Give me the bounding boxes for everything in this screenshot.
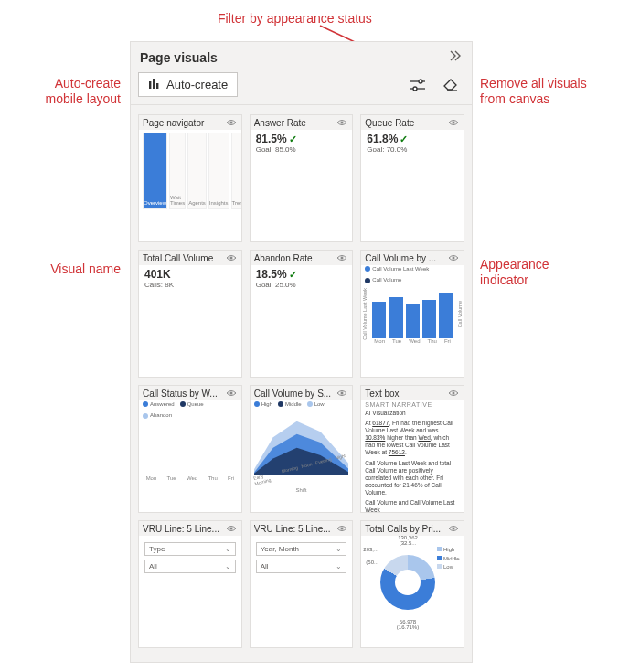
kpi-value: 61.8% <box>367 133 398 145</box>
chart-legend: Answered Queue Abandon <box>139 400 241 421</box>
svg-rect-1 <box>149 81 151 89</box>
auto-create-button[interactable]: Auto-create <box>138 72 238 97</box>
kpi-goal: Goal: 25.0% <box>256 281 347 289</box>
x-label: Shift <box>251 487 353 493</box>
x-axis: MonTueWedThuFri <box>139 475 241 481</box>
card-title: Answer Rate <box>254 118 336 128</box>
svg-point-10 <box>341 122 344 124</box>
card-total-call-volume[interactable]: Total Call Volume 401K Calls: 8K <box>138 250 242 378</box>
narrative-body: SMART NARRATIVE AI Visualization At 6187… <box>361 400 464 513</box>
visibility-icon[interactable] <box>225 253 238 262</box>
card-answer-rate[interactable]: Answer Rate 81.5% Goal: 85.0% <box>250 114 354 242</box>
svg-point-9 <box>229 122 232 124</box>
card-call-status[interactable]: Call Status by W... Answered Queue Aband… <box>138 385 242 513</box>
card-title: VRU Line: 5 Line... <box>143 524 225 534</box>
svg-point-12 <box>229 257 232 260</box>
check-icon <box>398 133 408 145</box>
card-title: Call Volume by ... <box>365 253 447 263</box>
card-page-navigator[interactable]: Page navigator Overview Wait Times Agent… <box>138 114 242 242</box>
annotation-appearance-1: Appearance <box>480 257 549 272</box>
filter-settings-button[interactable] <box>404 73 432 97</box>
auto-create-label: Auto-create <box>166 78 228 91</box>
svg-point-18 <box>229 528 232 530</box>
chart-bars <box>139 421 241 475</box>
kpi-goal: Goal: 70.0% <box>367 145 458 154</box>
card-queue-rate[interactable]: Queue Rate 61.8% Goal: 70.0% <box>360 114 464 242</box>
chart-legend: Call Volume Last Week Call Volume <box>361 264 464 285</box>
card-title: Text box <box>365 389 447 399</box>
card-title: Total Call Volume <box>143 253 225 263</box>
visibility-icon[interactable] <box>225 389 238 398</box>
chart-legend: High Middle Low <box>251 400 353 409</box>
panel-title: Page visuals <box>140 50 218 65</box>
visibility-icon[interactable] <box>447 524 460 533</box>
svg-point-7 <box>413 87 417 91</box>
nav-tab[interactable]: Wait Times <box>169 133 186 209</box>
kpi-value: 401K <box>144 268 236 281</box>
annotation-remove-1: Remove all visuals <box>480 76 587 91</box>
sliders-icon <box>410 78 426 92</box>
visibility-icon[interactable] <box>336 524 348 533</box>
kpi-goal: Goal: 85.0% <box>256 145 347 154</box>
card-vru-1[interactable]: VRU Line: 5 Line... Type All <box>138 520 242 648</box>
kpi-sub: Calls: 8K <box>144 281 236 289</box>
card-title: Total Calls by Pri... <box>365 524 447 534</box>
clear-canvas-button[interactable] <box>437 73 464 97</box>
svg-point-19 <box>341 528 344 530</box>
card-vru-2[interactable]: VRU Line: 5 Line... Year, Month All <box>250 520 354 648</box>
annotation-auto-create-2: mobile layout <box>11 91 121 107</box>
expand-collapse-icon[interactable] <box>448 49 463 65</box>
slicer-dropdown[interactable]: All <box>256 560 347 573</box>
visibility-icon[interactable] <box>336 389 348 398</box>
nav-tab[interactable]: Overview <box>143 133 167 209</box>
svg-point-11 <box>452 122 454 124</box>
visuals-grid: Page navigator Overview Wait Times Agent… <box>131 105 472 662</box>
check-icon <box>287 133 297 145</box>
kpi-value: 18.5% <box>256 268 287 281</box>
slicer-dropdown[interactable]: Type <box>144 542 236 556</box>
card-title: Page navigator <box>143 118 225 128</box>
card-call-volume-by[interactable]: Call Volume by ... Call Volume Last Week… <box>360 250 464 378</box>
svg-point-13 <box>341 257 344 260</box>
svg-point-17 <box>452 392 454 395</box>
check-icon <box>287 268 297 281</box>
nav-tab[interactable]: Agents <box>187 133 207 209</box>
visibility-icon[interactable] <box>447 253 460 262</box>
x-axis: MonTueWedThuFri <box>368 338 456 344</box>
svg-point-15 <box>229 392 232 395</box>
card-call-volume-shift[interactable]: Call Volume by S... High Middle Low Earl… <box>250 385 354 513</box>
panel-header: Page visuals <box>131 42 472 69</box>
svg-point-5 <box>419 80 422 83</box>
eraser-icon <box>442 78 459 92</box>
card-title: VRU Line: 5 Line... <box>254 524 336 534</box>
annotation-visual-name: Visual name <box>20 261 121 277</box>
donut-chart: 203,...(50... 130,362(32.5... 66,978(16.… <box>361 535 464 630</box>
card-title: Queue Rate <box>365 118 447 128</box>
annotation-appearance-2: indicator <box>480 272 528 288</box>
panel-toolbar: Auto-create <box>131 69 472 105</box>
svg-point-14 <box>452 257 454 260</box>
visibility-icon[interactable] <box>336 118 348 127</box>
svg-point-16 <box>341 392 344 395</box>
nav-tab[interactable]: Trends <box>231 133 242 209</box>
slicer-dropdown[interactable]: All <box>144 560 236 573</box>
annotation-remove-2: from canvas <box>480 91 549 107</box>
page-nav-body: Overview Wait Times Agents Insights Tren… <box>139 129 241 213</box>
card-abandon-rate[interactable]: Abandon Rate 18.5% Goal: 25.0% <box>250 250 354 378</box>
annotation-filter: Filter by appearance status <box>218 11 372 27</box>
visibility-icon[interactable] <box>336 253 348 262</box>
slicer-dropdown[interactable]: Year, Month <box>256 542 347 556</box>
nav-tab[interactable]: Insights <box>208 133 229 209</box>
kpi-value: 81.5% <box>256 133 287 145</box>
visibility-icon[interactable] <box>447 118 460 127</box>
card-total-calls-priority[interactable]: Total Calls by Pri... 203,...(50... 130,… <box>360 520 464 648</box>
page-visuals-panel: Page visuals Auto-create Page navi <box>130 41 473 663</box>
auto-create-icon <box>148 77 161 92</box>
visibility-icon[interactable] <box>447 389 460 398</box>
visibility-icon[interactable] <box>225 118 238 127</box>
y-axis-right: Call Volume <box>456 301 464 327</box>
visibility-icon[interactable] <box>225 524 238 533</box>
card-textbox[interactable]: Text box SMART NARRATIVE AI Visualizatio… <box>360 385 464 513</box>
svg-rect-3 <box>156 83 158 89</box>
card-title: Call Volume by S... <box>254 389 336 399</box>
